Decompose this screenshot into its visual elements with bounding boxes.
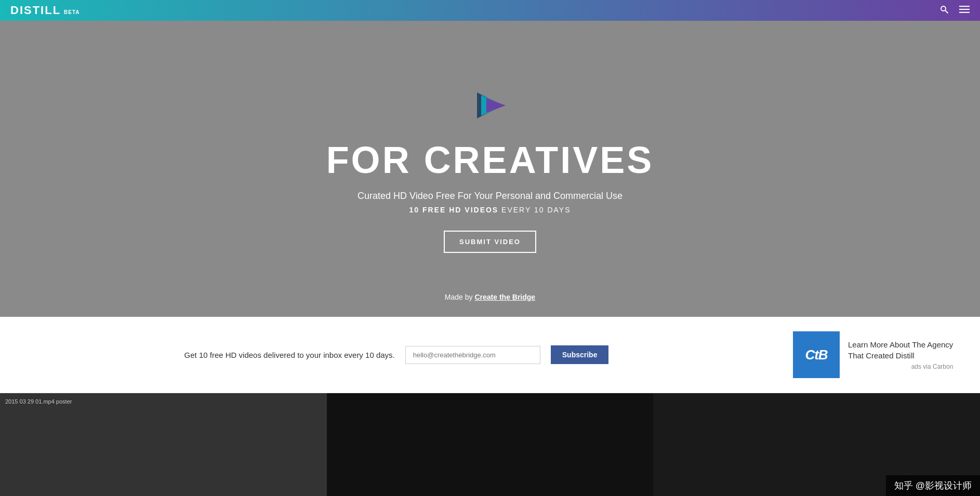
watermark: 知乎 @影视设计师 [886,475,980,496]
carbon-link[interactable]: ads via Carbon [911,363,953,370]
navbar-brand: DISTILL BETA [10,4,80,17]
watermark-text: 知乎 @影视设计师 [894,480,972,491]
navbar-beta-badge: BETA [64,9,80,15]
submit-video-button[interactable]: SUBMIT VIDEO [444,231,536,253]
ad-logo[interactable]: CtB [793,331,840,378]
subscribe-text: Get 10 free HD videos delivered to your … [184,351,395,359]
hero-tagline: 10 FREE HD VIDEOS EVERY 10 DAYS [409,206,571,214]
subscribe-left: Get 10 free HD videos delivered to your … [21,345,772,364]
ad-title-line1: Learn More About The Agency [848,340,953,349]
hero-section: FOR CREATIVES Curated HD Video Free For … [0,21,980,317]
svg-point-0 [941,6,946,11]
hero-subtitle: Curated HD Video Free For Your Personal … [357,191,623,202]
svg-line-1 [945,10,948,13]
search-icon[interactable] [939,5,949,17]
video-thumb-1[interactable]: 2015 03 29 01.mp4 poster [0,393,327,496]
ad-block: CtB Learn More About The Agency That Cre… [793,331,959,378]
hero-tagline-bold: 10 FREE HD VIDEOS [409,206,499,214]
ad-logo-text: CtB [805,347,827,363]
navbar: DISTILL BETA [0,0,980,21]
made-by-prefix: Made by [445,293,475,301]
ad-content: Learn More About The Agency That Created… [848,339,953,370]
video-poster-2 [327,393,654,496]
subscribe-button[interactable]: Subscribe [551,345,609,364]
ad-title[interactable]: Learn More About The Agency That Created… [848,339,953,361]
ad-via: ads via Carbon [848,363,953,370]
navbar-icons [939,5,970,17]
hero-logo-icon [472,85,508,128]
made-by-link[interactable]: Create the Bridge [474,293,535,301]
ad-title-line2: That Created Distill [848,351,915,360]
subscribe-section: Get 10 free HD videos delivered to your … [0,317,980,393]
poster-text-1: 2015 03 29 01.mp4 poster [5,398,72,405]
hero-made-by: Made by Create the Bridge [445,293,535,301]
menu-icon[interactable] [959,5,970,16]
video-poster-1: 2015 03 29 01.mp4 poster [0,393,327,496]
email-input[interactable] [405,346,540,364]
navbar-logo[interactable]: DISTILL [10,4,61,17]
hero-tagline-rest: EVERY 10 DAYS [498,206,571,214]
video-grid: 2015 03 29 01.mp4 poster [0,393,980,496]
svg-marker-7 [486,98,506,113]
hero-headline: FOR CREATIVES [326,139,654,181]
video-thumb-2[interactable] [327,393,654,496]
